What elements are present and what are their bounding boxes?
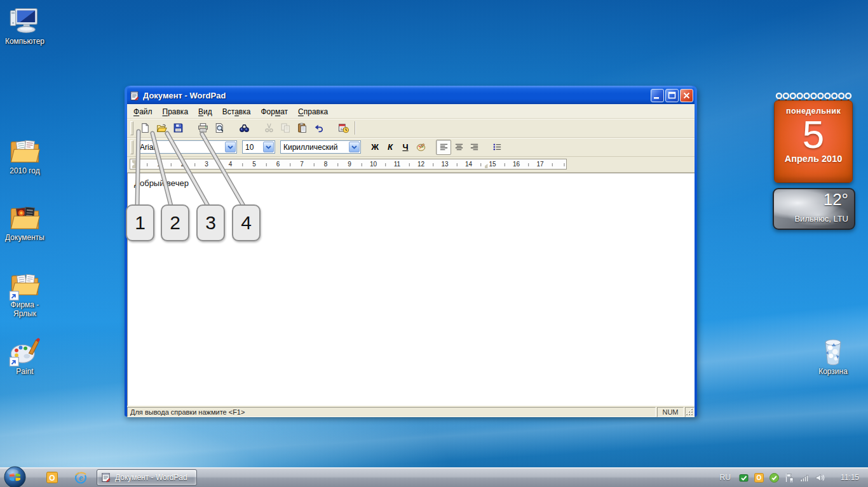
find-button[interactable]: [236, 120, 252, 136]
ruler-number: 4: [227, 159, 234, 169]
system-tray: RU O 11:15: [717, 468, 865, 487]
ruler-row: 1234567891011121314151617: [127, 157, 695, 173]
font-color-button[interactable]: [413, 140, 428, 155]
windows-start-icon: [4, 466, 26, 487]
callout-label-4: 4: [232, 204, 261, 241]
ruler-number: 14: [464, 159, 473, 169]
desktop-icon-paint[interactable]: Paint: [0, 335, 50, 376]
taskbar-button-wordpad[interactable]: Документ - WordPad: [97, 469, 197, 486]
format-toolbar: Arial 10 Кириллический Ж К Ч: [127, 138, 695, 157]
align-right-button[interactable]: [466, 140, 482, 155]
bold-button[interactable]: Ж: [367, 140, 383, 155]
menu-item-1[interactable]: Файл: [128, 105, 158, 118]
calendar-body: понедельник 5 Апрель 2010: [774, 100, 853, 183]
start-button[interactable]: [4, 466, 26, 487]
open-button[interactable]: [153, 120, 170, 136]
align-center-button[interactable]: [451, 140, 466, 155]
outlook-tray-icon[interactable]: O: [754, 472, 764, 483]
taskbar-clock[interactable]: 11:15: [831, 473, 865, 482]
power-plug-icon[interactable]: [784, 472, 795, 483]
close-button[interactable]: [680, 89, 693, 102]
volume-icon[interactable]: [815, 472, 825, 483]
desktop-icon-фирма-ярлык[interactable]: Фирма - Ярлык: [0, 269, 50, 318]
num-lock-indicator: NUM: [657, 407, 684, 417]
first-line-indent-marker[interactable]: [132, 160, 138, 164]
cut-icon: [264, 123, 275, 133]
new-document-button[interactable]: [137, 120, 153, 136]
paste-button[interactable]: [294, 120, 310, 136]
ruler-number: 8: [323, 159, 329, 169]
ruler-number: 10: [369, 159, 378, 169]
chevron-down-icon[interactable]: [225, 142, 236, 152]
maximize-button[interactable]: [665, 89, 679, 102]
print-button[interactable]: [194, 120, 211, 136]
language-indicator[interactable]: RU: [717, 473, 733, 482]
desktop-icon-label: Компьютер: [0, 37, 50, 46]
underline-button[interactable]: Ч: [398, 140, 413, 155]
ruler-number: 6: [275, 159, 281, 169]
svg-text:O: O: [756, 474, 761, 481]
calendar-gadget[interactable]: понедельник 5 Апрель 2010: [774, 91, 853, 183]
taskbar: O e Документ - WordPad RU O 11:15: [0, 467, 868, 487]
chevron-down-icon[interactable]: [263, 142, 274, 152]
desktop-icon-компьютер[interactable]: Компьютер: [0, 5, 50, 46]
outlook-icon[interactable]: O: [46, 471, 58, 484]
desktop: Компьютер2010 годДокументыФирма - ЯрлыкP…: [0, 0, 868, 487]
weather-temperature: 12°: [824, 190, 848, 210]
undo-icon: [313, 123, 324, 133]
menu-item-2[interactable]: Правка: [158, 105, 194, 118]
folder-shortcut-icon: [8, 269, 41, 299]
menu-item-5[interactable]: Формат: [255, 105, 293, 118]
paste-icon: [297, 123, 308, 133]
internet-explorer-icon[interactable]: e: [74, 470, 88, 484]
font-family-value: Arial: [137, 143, 224, 152]
desktop-icon-документы[interactable]: Документы: [0, 201, 50, 242]
minimize-button[interactable]: [651, 89, 664, 102]
weather-gadget[interactable]: 12° Вильнюс, LTU: [773, 188, 855, 230]
save-button[interactable]: [170, 120, 186, 136]
align-center-icon: [454, 142, 464, 152]
recycle-bin[interactable]: Корзина: [808, 335, 858, 376]
toolbar-grip[interactable]: [130, 140, 133, 154]
titlebar[interactable]: Документ - WordPad: [127, 86, 695, 104]
computer-icon: [8, 5, 41, 36]
bullets-button[interactable]: [489, 140, 505, 155]
ruler-number: 1: [156, 159, 162, 169]
calendar-day: 5: [775, 116, 852, 154]
ruler-number: 13: [440, 159, 449, 169]
ruler-number: 12: [416, 159, 426, 169]
font-size-value: 10: [243, 143, 262, 152]
align-left-button[interactable]: [436, 140, 451, 155]
left-indent-marker[interactable]: [132, 164, 138, 168]
desktop-icon-label: Paint: [0, 367, 50, 376]
print-preview-button[interactable]: [211, 120, 227, 136]
font-family-select[interactable]: Arial: [137, 140, 237, 154]
font-size-select[interactable]: 10: [242, 140, 275, 154]
menu-item-6[interactable]: Справка: [293, 105, 333, 118]
antivirus-check-icon[interactable]: [738, 472, 749, 483]
find-icon: [239, 123, 250, 133]
italic-button[interactable]: К: [383, 140, 398, 155]
script-select[interactable]: Кириллический: [280, 140, 361, 154]
callout-label-1: 1: [126, 204, 154, 241]
network-signal-icon[interactable]: [799, 472, 810, 483]
datetime-icon: 12: [338, 123, 349, 133]
chevron-down-icon[interactable]: [349, 142, 360, 152]
menu-item-4[interactable]: Вставка: [217, 105, 256, 118]
status-ok-icon[interactable]: [769, 472, 780, 483]
menu-item-3[interactable]: Вид: [193, 105, 217, 118]
calendar-month-year: Апрель 2010: [775, 154, 852, 164]
save-icon: [173, 123, 184, 133]
datetime-button[interactable]: 12: [335, 120, 351, 136]
undo-button[interactable]: [310, 120, 327, 136]
recycle-bin-icon: [817, 335, 850, 366]
toolbar-grip[interactable]: [130, 121, 133, 135]
open-icon: [156, 123, 167, 133]
taskbar-button-label: Документ - WordPad: [115, 473, 187, 482]
resize-grip[interactable]: [685, 407, 695, 417]
align-left-icon: [439, 142, 449, 152]
desktop-icon-2010-год[interactable]: 2010 год: [0, 135, 50, 175]
copy-button: [277, 120, 294, 136]
ruler-number: 16: [512, 159, 521, 169]
ruler-number: 7: [299, 159, 305, 169]
